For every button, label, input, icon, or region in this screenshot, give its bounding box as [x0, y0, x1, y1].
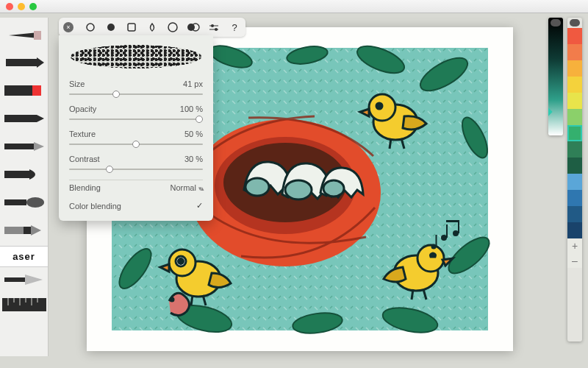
svg-rect-59 — [24, 227, 31, 234]
contrast-slider[interactable]: Contrast 30 % — [69, 155, 203, 174]
liner-tool[interactable] — [0, 106, 48, 134]
svg-rect-58 — [4, 227, 24, 234]
svg-marker-60 — [31, 225, 41, 236]
eraser-tool[interactable]: aser — [0, 246, 48, 267]
add-swatch-button[interactable]: + — [567, 238, 582, 253]
svg-marker-62 — [25, 275, 43, 285]
brush-square-icon[interactable] — [125, 21, 138, 34]
svg-point-21 — [323, 180, 344, 197]
svg-point-37 — [441, 235, 447, 241]
remove-swatch-button[interactable]: – — [567, 253, 582, 268]
svg-point-77 — [211, 24, 214, 27]
svg-marker-48 — [37, 57, 44, 68]
nib-tool[interactable] — [0, 162, 48, 190]
color-blending-label: Color blending — [69, 202, 121, 210]
opacity-slider[interactable]: Opacity 100 % — [69, 105, 203, 124]
contrast-label: Contrast — [69, 155, 100, 163]
swatch-9[interactable] — [567, 174, 582, 190]
svg-rect-41 — [446, 220, 459, 222]
svg-marker-52 — [37, 115, 44, 122]
sliders-icon[interactable] — [207, 21, 220, 34]
swatch-6[interactable] — [567, 125, 582, 141]
brush-circle-outline-icon[interactable] — [84, 21, 97, 34]
swatch-4[interactable] — [567, 93, 582, 109]
svg-point-42 — [431, 244, 437, 250]
svg-line-31 — [191, 295, 193, 305]
svg-rect-50 — [32, 85, 41, 96]
texture-slider[interactable]: Texture 50 % — [69, 130, 203, 149]
brush-overlap-icon[interactable] — [187, 21, 200, 34]
checkmark-icon: ✓ — [196, 201, 203, 210]
swatch-11[interactable] — [567, 206, 582, 222]
svg-point-44 — [171, 298, 173, 301]
swatch-7[interactable] — [567, 141, 582, 158]
svg-rect-63 — [2, 298, 46, 311]
minimize-window-button[interactable] — [18, 3, 25, 10]
marker-tool[interactable] — [0, 78, 48, 106]
close-strip-button[interactable]: × — [63, 22, 74, 32]
stepper-icon: ▾▴ — [198, 185, 203, 192]
opacity-value: 100 % — [180, 105, 203, 113]
stroke-preview — [70, 44, 202, 69]
svg-rect-43 — [436, 235, 437, 247]
swatch-3[interactable] — [567, 77, 582, 93]
svg-point-39 — [453, 230, 459, 236]
brush-settings-panel: Size 41 px Opacity 100 % Texture 50 % Co… — [59, 35, 213, 221]
swatch-12[interactable] — [567, 222, 582, 238]
zoom-window-button[interactable] — [29, 3, 37, 10]
svg-rect-53 — [4, 144, 34, 149]
swatch-8[interactable] — [567, 158, 582, 174]
blending-value: Normal — [170, 183, 196, 192]
close-gradient-button[interactable] — [551, 19, 561, 26]
svg-rect-51 — [4, 115, 37, 122]
size-label: Size — [69, 79, 85, 88]
brush-teardrop-icon[interactable] — [146, 21, 159, 34]
svg-point-20 — [285, 180, 312, 199]
svg-rect-61 — [4, 277, 25, 282]
svg-point-57 — [26, 197, 44, 208]
knife-tool[interactable] — [0, 267, 48, 295]
swatch-10[interactable] — [567, 190, 582, 206]
swatch-1[interactable] — [567, 44, 582, 60]
texture-label: Texture — [69, 130, 96, 138]
brush-ring-icon[interactable] — [166, 21, 179, 34]
size-value: 41 px — [183, 79, 203, 88]
svg-rect-46 — [34, 31, 41, 40]
gradient-picker[interactable] — [548, 18, 563, 135]
size-slider[interactable]: Size 41 px — [69, 79, 203, 99]
utility-tool[interactable] — [0, 218, 48, 246]
pencil-tool[interactable] — [0, 22, 48, 50]
ruler-tool[interactable] — [0, 295, 48, 317]
swatch-5[interactable] — [567, 109, 582, 125]
help-icon[interactable]: ? — [228, 21, 241, 34]
svg-line-35 — [412, 289, 413, 300]
svg-rect-38 — [446, 224, 448, 238]
svg-point-30 — [179, 259, 184, 264]
svg-marker-54 — [34, 142, 44, 151]
svg-line-25 — [390, 138, 391, 149]
swatch-0[interactable] — [567, 28, 582, 44]
brush-circle-filled-icon[interactable] — [104, 21, 118, 34]
brush-preset-strip: × ? — [59, 18, 245, 37]
svg-point-19 — [245, 178, 269, 196]
fine-pen-tool[interactable] — [0, 134, 48, 162]
svg-point-73 — [168, 23, 177, 32]
brush-tool[interactable] — [0, 190, 48, 218]
svg-rect-55 — [4, 171, 29, 178]
svg-point-79 — [215, 28, 218, 31]
blending-label: Blending — [69, 183, 101, 192]
svg-point-70 — [87, 24, 94, 31]
color-blending-toggle[interactable]: Color blending ✓ — [69, 198, 203, 213]
gradient-marker[interactable] — [548, 107, 553, 116]
texture-value: 50 % — [184, 130, 203, 138]
svg-rect-47 — [6, 59, 37, 66]
swatch-panel: + – — [567, 18, 582, 342]
swatch-2[interactable] — [567, 60, 582, 77]
title-bar — [0, 0, 588, 13]
pen-tool[interactable] — [0, 50, 48, 78]
svg-point-71 — [107, 24, 115, 31]
close-window-button[interactable] — [6, 3, 13, 10]
close-swatches-button[interactable] — [570, 19, 580, 26]
svg-point-24 — [376, 103, 382, 109]
blending-select[interactable]: Blending Normal ▾▴ — [69, 180, 203, 195]
